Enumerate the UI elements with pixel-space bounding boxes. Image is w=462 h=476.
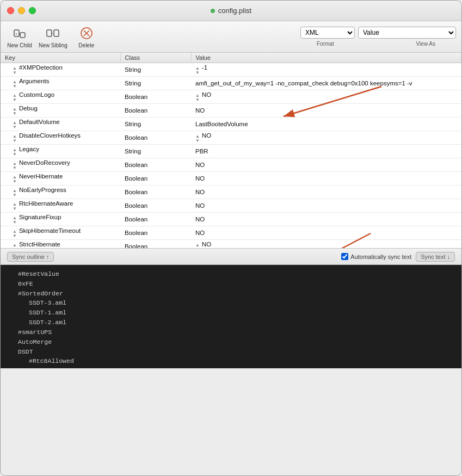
svg-text:+: + — [51, 31, 53, 36]
class-cell: Boolean — [120, 104, 191, 118]
traffic-lights — [7, 7, 36, 14]
string-value: amfi_get_out_of_my_way=1 -no_compat_chec… — [195, 80, 412, 86]
format-group: XML Binary JSON — [300, 27, 355, 39]
sort-arrows: ▲▼ — [13, 80, 17, 89]
sync-text-button[interactable]: Sync text ↓ — [416, 252, 455, 262]
string-value: NO — [202, 91, 211, 98]
key-name: StrictHibernate — [19, 241, 60, 248]
table-row[interactable]: ▲▼DebugBooleanNO — [1, 104, 461, 118]
new-child-icon: + — [12, 26, 27, 41]
value-cell: PBR — [191, 145, 461, 158]
xml-line: #smartUPS — [7, 327, 455, 337]
toolbar: + New Child + New Sibling — [1, 21, 461, 53]
value-cell: NO — [191, 226, 461, 240]
delete-label: Delete — [78, 42, 94, 48]
header-class: Class — [120, 53, 191, 63]
window-title: config.plist — [211, 7, 251, 15]
table-row[interactable]: ▲▼LegacyStringPBR — [1, 145, 461, 158]
table-row[interactable]: ▲▼DefaultVolumeStringLastBootedVolume — [1, 118, 461, 131]
table-row[interactable]: ▲▼SignatureFixupBooleanNO — [1, 213, 461, 226]
value-cell: NO — [191, 186, 461, 199]
key-name: NoEarlyProgress — [19, 187, 66, 193]
class-cell: Boolean — [120, 172, 191, 186]
auto-sync-label[interactable]: Automatically sync text — [341, 253, 411, 260]
sort-arrows: ▲▼ — [13, 175, 17, 184]
table-row[interactable]: ▲▼SkipHibernateTimeoutBooleanNO — [1, 226, 461, 240]
value-cell: ▲▼NO — [191, 131, 461, 145]
sort-arrows: ▲▼ — [13, 202, 17, 211]
sync-bar: Sync outline ↑ Automatically sync text S… — [1, 249, 461, 265]
table-body: ▲▼#XMPDetectionString▲▼-1▲▼ArgumentsStri… — [1, 63, 461, 249]
value-cell: NO — [191, 213, 461, 226]
table-row[interactable]: ▲▼RtcHibernateAwareBooleanNO — [1, 199, 461, 213]
key-name: NeverDoRecovery — [19, 159, 70, 166]
sync-outline-button[interactable]: Sync outline ↑ — [7, 252, 54, 262]
svg-rect-5 — [54, 30, 59, 36]
sort-arrows: ▲▼ — [13, 121, 17, 129]
delete-icon — [79, 26, 94, 41]
string-value: NO — [195, 230, 205, 236]
table-row[interactable]: ▲▼NoEarlyProgressBooleanNO — [1, 186, 461, 199]
table-row[interactable]: ▲▼ArgumentsStringamfi_get_out_of_my_way=… — [1, 77, 461, 90]
minimize-button[interactable] — [18, 7, 25, 14]
sort-arrows: ▲▼ — [13, 216, 17, 225]
string-value: NO — [202, 132, 211, 139]
key-name: DefaultVolume — [19, 119, 60, 125]
string-value: NO — [195, 189, 205, 195]
table-row[interactable]: ▲▼DisableCloverHotkeysBoolean▲▼NO — [1, 131, 461, 145]
key-name: DisableCloverHotkeys — [19, 132, 81, 139]
class-cell: String — [120, 118, 191, 131]
format-select[interactable]: XML Binary JSON — [300, 27, 355, 39]
key-name: CustomLogo — [19, 91, 54, 98]
xml-line: DSDT — [7, 347, 455, 357]
table-row[interactable]: ▲▼StrictHibernateBoolean▲▼NO — [1, 240, 461, 249]
xml-editor[interactable]: #ResetValue0xFE#SortedOrderSSDT-3.amlSSD… — [1, 265, 461, 368]
table-row[interactable]: ▲▼NeverDoRecoveryBooleanNO — [1, 158, 461, 172]
string-value: LastBootedVolume — [195, 121, 248, 127]
xml-line: SSDT-2.aml — [7, 318, 455, 327]
delete-button[interactable]: Delete — [73, 26, 100, 48]
table-header-row: Key Class Value — [1, 53, 461, 63]
value-sort-arrows: ▲▼ — [195, 134, 200, 143]
sort-arrows: ▲▼ — [13, 243, 17, 249]
value-cell: ▲▼NO — [191, 240, 461, 249]
view-as-select[interactable]: Value Description — [358, 27, 456, 39]
table-row[interactable]: ▲▼#XMPDetectionString▲▼-1 — [1, 63, 461, 77]
toolbar-right: XML Binary JSON Value Description Format… — [300, 27, 456, 47]
sync-bar-right: Automatically sync text Sync text ↓ — [341, 252, 455, 262]
table-row[interactable]: ▲▼NeverHibernateBooleanNO — [1, 172, 461, 186]
svg-text:+: + — [15, 32, 17, 36]
new-child-label: New Child — [7, 42, 32, 48]
value-cell: amfi_get_out_of_my_way=1 -no_compat_chec… — [191, 77, 461, 90]
table-row[interactable]: ▲▼CustomLogoBoolean▲▼NO — [1, 90, 461, 104]
sort-arrows: ▲▼ — [13, 66, 17, 75]
class-cell: String — [120, 145, 191, 158]
key-name: SkipHibernateTimeout — [19, 227, 81, 234]
xml-line: #Rtc8Allowed — [7, 356, 455, 366]
class-cell: Boolean — [120, 213, 191, 226]
class-cell: Boolean — [120, 131, 191, 145]
string-value: NO — [195, 175, 205, 182]
sort-arrows: ▲▼ — [13, 94, 17, 102]
string-value: NO — [195, 216, 205, 222]
auto-sync-checkbox[interactable] — [341, 253, 348, 260]
fullscreen-button[interactable] — [29, 7, 36, 14]
sort-arrows: ▲▼ — [13, 189, 17, 197]
key-name: Arguments — [19, 78, 50, 84]
class-cell: Boolean — [120, 240, 191, 249]
class-cell: Boolean — [120, 186, 191, 199]
titlebar: config.plist — [1, 1, 461, 21]
xml-line: SSDT-1.aml — [7, 308, 455, 318]
class-cell: String — [120, 63, 191, 77]
string-value: NO — [195, 202, 205, 209]
key-name: RtcHibernateAware — [19, 200, 73, 207]
new-child-button[interactable]: + New Child — [6, 26, 33, 48]
plist-table: Key Class Value ▲▼#XMPDetectionString▲▼-… — [1, 53, 461, 249]
value-cell: NO — [191, 158, 461, 172]
value-cell: ▲▼-1 — [191, 63, 461, 77]
key-name: SignatureFixup — [19, 214, 61, 220]
close-button[interactable] — [7, 7, 14, 14]
sort-arrows: ▲▼ — [13, 230, 17, 238]
new-sibling-button[interactable]: + New Sibling — [39, 26, 67, 48]
new-sibling-icon: + — [45, 26, 60, 41]
